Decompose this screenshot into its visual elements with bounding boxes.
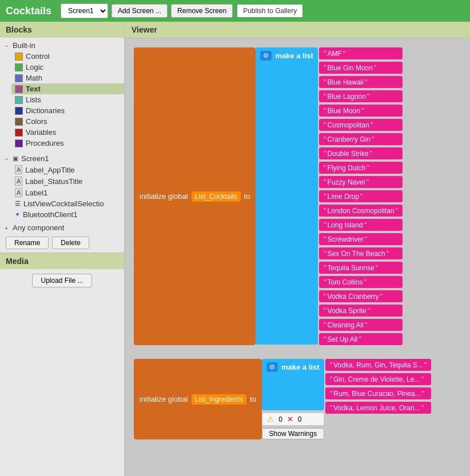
open-quote: "	[324, 135, 326, 143]
text-color	[15, 85, 23, 93]
sidebar-item-bluetooth[interactable]: ✦ BluetoothClient1	[11, 209, 124, 220]
list-item: "Blue Hawaii"	[319, 76, 403, 88]
init-text-2: initialize global	[140, 395, 188, 403]
list-item: "Lime Drop"	[319, 190, 403, 202]
screen1-toggle[interactable]: − ▣ Screen1	[0, 153, 124, 164]
sidebar-item-variables[interactable]: Variables	[11, 127, 124, 138]
var-name-2[interactable]: List_Ingredients	[192, 394, 247, 405]
list-item: "Cleaning All"	[319, 319, 403, 331]
init-text-1: initialize global	[140, 192, 188, 201]
item-text: Lime Drop	[328, 193, 359, 201]
sidebar-item-procedures[interactable]: Procedures	[11, 138, 124, 149]
sidebar-item-lists[interactable]: Lists	[11, 94, 124, 105]
procedures-label: Procedures	[26, 139, 121, 147]
bluetooth-label: BluetoothClient1	[23, 210, 121, 219]
close-quote: "	[367, 178, 369, 186]
close-quote: "	[343, 49, 346, 58]
close-quote: "	[365, 235, 368, 243]
item-text: Set Up All	[328, 335, 358, 343]
any-component-label: Any component	[13, 223, 120, 232]
open-quote: "	[324, 306, 326, 315]
screen1-section: − ▣ Screen1 A Label_AppTitle A Label_Sta…	[0, 151, 124, 222]
item-text: Cranberry Gin	[328, 135, 371, 143]
sidebar-item-text[interactable]: Text	[11, 83, 124, 94]
settings-gear-2[interactable]: ⚙	[266, 362, 278, 372]
viewer-header: Viewer	[125, 22, 470, 38]
var-name-1[interactable]: List_Cocktails	[192, 191, 241, 202]
viewer-content: initialize global List_Cocktails to ⚙ ma…	[125, 38, 470, 462]
open-quote: "	[324, 192, 326, 201]
colors-color	[15, 118, 23, 126]
builtin-toggle[interactable]: − Built-in	[0, 40, 124, 51]
sidebar-item-listview[interactable]: ☰ ListViewCocktailSelectio	[11, 198, 124, 209]
list-item: "Vodka, Lemon Juice, Oran..."	[325, 402, 432, 414]
builtin-children: Control Logic Math Text Lists	[0, 51, 124, 149]
app-title: Cocktails	[6, 5, 51, 17]
sidebar-item-dictionaries[interactable]: Dictionaries	[11, 105, 124, 116]
screen-select[interactable]: Screen1	[61, 3, 108, 18]
list-item: "Tequila Sunrise"	[319, 262, 403, 274]
show-warnings-button[interactable]: Show Warnings	[262, 428, 324, 439]
close-quote: "	[368, 306, 371, 315]
open-quote: "	[324, 121, 326, 129]
any-component-item[interactable]: + Any component	[0, 222, 124, 233]
make-list-block-1[interactable]: ⚙ make a list	[256, 47, 318, 345]
make-list-block-2[interactable]: ⚙ make a list	[262, 359, 324, 410]
init-block-2[interactable]: initialize global List_Ingredients to	[134, 359, 262, 439]
remove-screen-button[interactable]: Remove Screen	[171, 4, 233, 18]
errors-count: 0	[298, 415, 302, 423]
upload-button[interactable]: Upload File ...	[32, 274, 91, 287]
make-list-label-1: make a list	[275, 51, 313, 60]
list-item: "Blue Gin Moon"	[319, 62, 403, 74]
item-text: Vodka Cranberry	[328, 293, 379, 301]
sidebar-item-math[interactable]: Math	[11, 73, 124, 83]
sidebar-item-logic[interactable]: Logic	[11, 62, 124, 73]
sidebar-item-label-apptitle[interactable]: A Label_AppTitle	[11, 164, 124, 175]
close-quote: "	[365, 321, 368, 329]
builtin-label: Built-in	[13, 41, 120, 50]
rename-delete-bar: Rename Delete	[0, 233, 124, 253]
delete-button[interactable]: Delete	[52, 237, 89, 249]
open-quote: "	[324, 221, 326, 229]
open-quote: "	[330, 361, 333, 369]
colors-label: Colors	[26, 117, 121, 126]
open-quote: "	[330, 389, 333, 398]
list-item: "Double Strike"	[319, 147, 403, 159]
main-layout: Blocks − Built-in Control Logic Math	[0, 22, 470, 476]
close-quote: "	[365, 78, 368, 86]
add-screen-button[interactable]: Add Screen ...	[111, 4, 168, 18]
warn-icon: ⚠	[267, 415, 274, 423]
sidebar-item-label1[interactable]: A Label1	[11, 187, 124, 198]
item-text: Blue Lagoon	[328, 93, 366, 101]
item-text: Fuzzy Navel	[328, 178, 365, 186]
list-item: "Vodka Cranberry"	[319, 290, 403, 302]
sidebar-item-colors[interactable]: Colors	[11, 116, 124, 127]
sidebar: Blocks − Built-in Control Logic Math	[0, 22, 125, 476]
item-text: London Cosmopolitan	[328, 207, 395, 215]
close-quote: "	[421, 375, 424, 383]
close-quote: "	[371, 121, 373, 129]
item-text: Double Strike	[328, 150, 369, 158]
open-quote: "	[324, 149, 326, 158]
list-item: "Gin, Creme de Violette, Le..."	[325, 373, 432, 385]
math-color	[15, 74, 23, 82]
list-item: "Tom Collins"	[319, 276, 403, 288]
item-text: Cosmopolitan	[328, 121, 369, 129]
collapse-icon: −	[5, 42, 13, 49]
settings-gear-1[interactable]: ⚙	[260, 51, 272, 61]
item-text: Tom Collins	[328, 278, 363, 286]
any-component-toggle: +	[5, 225, 13, 231]
rename-button[interactable]: Rename	[6, 237, 49, 249]
label-statustitle-label: Label_StatusTitle	[25, 177, 121, 186]
init-block-1[interactable]: initialize global List_Cocktails to	[134, 47, 256, 345]
sidebar-item-label-statustitle[interactable]: A Label_StatusTitle	[11, 175, 124, 187]
string-items-1: "AMF""Blue Gin Moon""Blue Hawaii""Blue L…	[319, 47, 403, 345]
media-section: Media Upload File ...	[0, 253, 124, 292]
item-text: Rum, Blue Curacao, Pinea...	[333, 390, 420, 398]
item-text: Blue Moon	[328, 107, 360, 115]
math-label: Math	[26, 74, 121, 82]
open-quote: "	[324, 278, 326, 286]
label-icon-2: A	[15, 177, 22, 186]
sidebar-item-control[interactable]: Control	[11, 51, 124, 62]
publish-button[interactable]: Publish to Gallery	[236, 3, 304, 18]
